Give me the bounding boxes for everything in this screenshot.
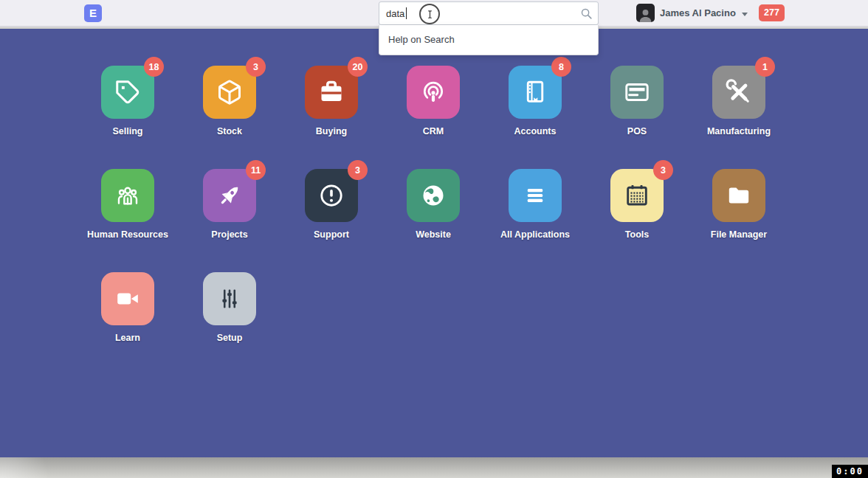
rocket-icon [216,182,243,209]
module-tile [101,169,154,222]
module-tile [509,169,562,222]
module-item[interactable]: 18 Selling [77,66,179,169]
module-badge: 1 [755,57,775,77]
module-badge: 3 [246,57,266,77]
exclamation-circle-icon [318,182,345,209]
briefcase-icon [318,79,345,105]
module-tile: 20 [305,66,358,119]
module-tile: 8 [509,66,562,119]
module-item[interactable]: 3 Support [280,169,382,272]
module-item[interactable]: All Applications [484,169,586,272]
credit-card-icon [624,79,650,105]
top-navbar: E James Al Pacino 277 [0,0,868,27]
tag-icon [114,79,141,105]
module-tile [610,66,664,119]
module-badge: 20 [348,57,368,77]
module-tile [407,169,460,222]
tools-crossed-icon [726,79,752,105]
folder-icon [726,182,752,209]
globe-icon [420,182,447,209]
search-dropdown: Help on Search [379,25,599,55]
module-tile: 11 [203,169,256,222]
module-grid: 18 Selling 3 Stock 20 Buying CRM 8 Accou… [77,29,868,375]
user-avatar[interactable] [636,4,655,22]
notifications-badge[interactable]: 277 [759,4,785,21]
module-label: Accounts [514,126,557,136]
module-label: Learn [115,333,140,343]
module-label: Human Resources [87,229,168,240]
search-input[interactable] [379,1,599,25]
module-item[interactable]: 3 Tools [586,169,688,272]
module-label: File Manager [711,229,767,240]
module-item[interactable]: 3 Stock [179,66,280,169]
desktop-strip [0,457,868,478]
module-tile [712,169,765,222]
calendar-icon [624,182,650,209]
video-camera-icon [114,285,141,312]
sliders-icon [216,285,243,312]
module-tile: 18 [101,66,154,119]
module-item[interactable]: 11 Projects [179,169,280,272]
navbar-search [379,1,599,25]
module-label: All Applications [500,229,570,240]
module-badge: 3 [653,160,673,180]
people-group-icon [114,182,141,209]
app-logo[interactable]: E [84,4,102,22]
chevron-down-icon [742,13,748,16]
module-label: POS [627,126,647,136]
module-item[interactable]: Setup [179,272,280,375]
desktop-background: 18 Selling 3 Stock 20 Buying CRM 8 Accou… [0,29,868,457]
module-item[interactable]: POS [586,66,688,169]
module-label: Website [416,229,451,240]
menu-bars-icon [522,182,548,209]
module-item[interactable]: File Manager [688,169,790,272]
module-item[interactable]: CRM [382,66,484,169]
help-on-search-item[interactable]: Help on Search [379,25,598,55]
module-item[interactable]: Website [382,169,484,272]
module-label: Tools [625,229,649,240]
module-item[interactable]: 8 Accounts [484,66,586,169]
module-badge: 3 [348,160,368,180]
module-label: Manufacturing [707,126,771,136]
module-tile: 3 [305,169,358,222]
text-caret [406,7,407,19]
module-label: Support [314,229,349,240]
module-item[interactable]: Learn [77,272,179,375]
search-icon [580,7,593,20]
box-icon [216,79,243,105]
module-item[interactable]: 20 Buying [280,66,382,169]
module-tile: 1 [712,66,765,119]
module-tile [203,272,256,325]
module-tile: 3 [610,169,664,222]
ibeam-cursor-icon [419,4,440,24]
module-badge: 18 [144,57,164,77]
module-label: Setup [217,333,243,343]
module-tile [407,66,460,119]
module-tile: 3 [203,66,256,119]
module-tile [101,272,154,325]
module-label: Projects [211,229,247,240]
module-item[interactable]: Human Resources [77,169,179,272]
ledger-book-icon [522,79,548,105]
module-label: Stock [217,126,242,136]
module-badge: 8 [551,57,571,77]
module-badge: 11 [246,160,266,180]
recording-timer: 0:00 [832,465,868,478]
module-item[interactable]: 1 Manufacturing [688,66,790,169]
user-menu[interactable]: James Al Pacino [660,0,736,27]
module-label: Buying [316,126,347,136]
module-label: CRM [423,126,444,136]
broadcast-person-icon [420,79,447,105]
module-label: Selling [113,126,143,136]
